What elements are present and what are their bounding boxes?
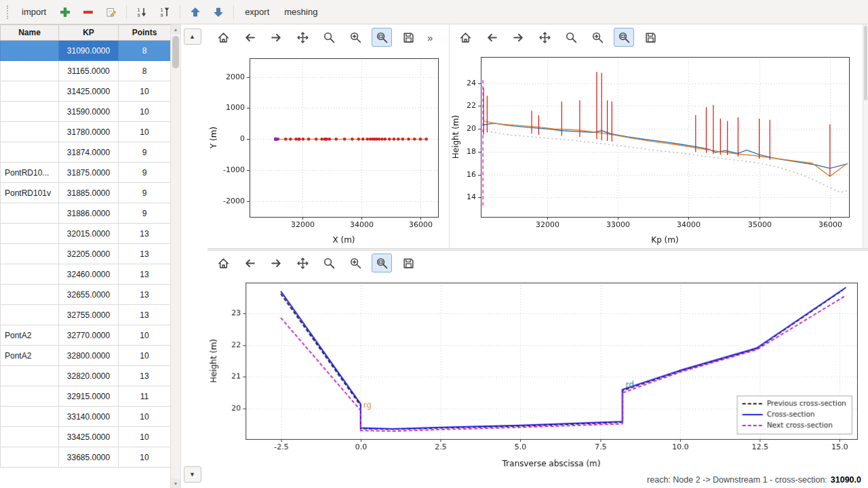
cell-points[interactable]: 10 xyxy=(119,407,171,427)
cell-name[interactable] xyxy=(1,244,59,264)
cell-name[interactable] xyxy=(1,285,59,305)
cell-name[interactable] xyxy=(1,407,59,427)
cell-name[interactable]: PontA2 xyxy=(1,325,59,346)
cell-kp[interactable]: 32770.0000 xyxy=(59,325,119,346)
cell-kp[interactable]: 33685.0000 xyxy=(59,447,119,468)
back-button[interactable] xyxy=(239,28,260,47)
home-button[interactable] xyxy=(213,253,233,272)
sort-descending-button[interactable]: 1 9 xyxy=(132,3,152,22)
cell-kp[interactable]: 31885.0000 xyxy=(59,183,119,203)
add-cross-section-button[interactable] xyxy=(55,3,75,22)
cell-kp[interactable]: 31874.0000 xyxy=(59,142,119,163)
table-row[interactable]: PontA232770.000010 xyxy=(1,325,171,346)
cell-points[interactable]: 13 xyxy=(119,224,171,244)
cell-points[interactable]: 10 xyxy=(119,122,171,142)
zoom-in-button[interactable] xyxy=(345,28,366,47)
meshing-button[interactable]: meshing xyxy=(278,3,323,21)
cell-name[interactable]: PontRD10... xyxy=(1,163,59,183)
cell-kp[interactable]: 31590.0000 xyxy=(59,102,119,122)
back-button[interactable] xyxy=(239,253,260,272)
cell-name[interactable] xyxy=(1,61,59,81)
cell-kp[interactable]: 32820.0000 xyxy=(59,366,119,386)
table-row[interactable]: 32205.000013 xyxy=(1,244,171,264)
column-header-name[interactable]: Name xyxy=(1,25,59,41)
cell-kp[interactable]: 32755.0000 xyxy=(59,305,119,325)
zoom-button[interactable] xyxy=(319,28,339,47)
cell-name[interactable] xyxy=(1,81,59,102)
cell-name[interactable] xyxy=(1,142,59,163)
table-row[interactable]: 33140.000010 xyxy=(1,407,171,427)
column-header-kp[interactable]: KP xyxy=(59,25,119,41)
cell-points[interactable]: 9 xyxy=(119,183,171,203)
cell-points[interactable]: 9 xyxy=(119,163,171,183)
zoom-rect-button[interactable] xyxy=(372,28,392,47)
cell-kp[interactable]: 31875.0000 xyxy=(59,163,119,183)
table-row[interactable]: 31590.000010 xyxy=(1,102,171,122)
cell-name[interactable] xyxy=(1,447,59,468)
cell-name[interactable]: PontRD101v xyxy=(1,183,59,203)
table-row[interactable]: 31425.000010 xyxy=(1,81,171,102)
cell-kp[interactable]: 32015.0000 xyxy=(59,224,119,244)
table-row[interactable]: 32915.000011 xyxy=(1,386,171,407)
table-row[interactable]: PontRD101v31885.00009 xyxy=(1,183,171,203)
cell-points[interactable]: 10 xyxy=(119,325,171,346)
table-scrollbar[interactable]: ▲ ▼ xyxy=(170,24,181,488)
home-button[interactable] xyxy=(213,28,233,47)
scroll-top-button[interactable]: ▲ xyxy=(184,28,201,45)
move-up-button[interactable] xyxy=(185,3,205,22)
zoom-button[interactable] xyxy=(561,28,581,47)
cell-kp[interactable]: 32205.0000 xyxy=(59,244,119,264)
table-row[interactable]: 31874.00009 xyxy=(1,142,171,163)
table-row[interactable]: 31780.000010 xyxy=(1,122,171,142)
cell-name[interactable] xyxy=(1,203,59,224)
cell-kp[interactable]: 31165.0000 xyxy=(59,61,119,81)
cell-name[interactable] xyxy=(1,41,59,61)
profile-chart[interactable] xyxy=(450,50,863,248)
zoom-in-button[interactable] xyxy=(587,28,608,47)
cell-name[interactable] xyxy=(1,305,59,325)
save-button[interactable] xyxy=(398,28,418,47)
cell-kp[interactable]: 31780.0000 xyxy=(59,122,119,142)
cell-kp[interactable]: 33140.0000 xyxy=(59,407,119,427)
scrollbar-thumb[interactable] xyxy=(864,26,867,100)
cell-points[interactable]: 10 xyxy=(119,81,171,102)
cell-kp[interactable]: 31886.0000 xyxy=(59,203,119,224)
cell-points[interactable]: 13 xyxy=(119,244,171,264)
vertical-scrollbar[interactable] xyxy=(863,24,868,248)
forward-button[interactable] xyxy=(266,28,286,47)
plan-view-chart[interactable] xyxy=(208,50,449,248)
cell-points[interactable]: 10 xyxy=(119,447,171,468)
cell-points[interactable]: 13 xyxy=(119,264,171,285)
cell-points[interactable]: 10 xyxy=(119,346,171,366)
cell-points[interactable]: 9 xyxy=(119,203,171,224)
table-row[interactable]: PontRD10...31875.00009 xyxy=(1,163,171,183)
edit-button[interactable] xyxy=(101,3,121,22)
cell-kp[interactable]: 32915.0000 xyxy=(59,386,119,407)
cell-points[interactable]: 13 xyxy=(119,285,171,305)
scrollbar-down-icon[interactable]: ▼ xyxy=(171,479,180,488)
cell-kp[interactable]: 32655.0000 xyxy=(59,285,119,305)
table-row[interactable]: 32460.000013 xyxy=(1,264,171,285)
forward-button[interactable] xyxy=(508,28,528,47)
table-row[interactable]: 31886.00009 xyxy=(1,203,171,224)
table-row[interactable]: 32755.000013 xyxy=(1,305,171,325)
cell-points[interactable]: 13 xyxy=(119,305,171,325)
scrollbar-thumb[interactable] xyxy=(172,36,179,68)
home-button[interactable] xyxy=(455,28,475,47)
table-row[interactable]: 32655.000013 xyxy=(1,285,171,305)
export-button[interactable]: export xyxy=(239,3,275,21)
table-row[interactable]: PontA232800.000010 xyxy=(1,346,171,366)
scrollbar-up-icon[interactable]: ▲ xyxy=(171,24,180,34)
zoom-rect-button[interactable] xyxy=(614,28,634,47)
zoom-in-button[interactable] xyxy=(345,253,366,272)
cell-name[interactable] xyxy=(1,122,59,142)
cell-points[interactable]: 8 xyxy=(119,61,171,81)
zoom-rect-button[interactable] xyxy=(372,253,392,272)
cell-name[interactable] xyxy=(1,386,59,407)
cell-name[interactable] xyxy=(1,102,59,122)
import-button[interactable]: import xyxy=(16,3,52,21)
cell-name[interactable] xyxy=(1,427,59,447)
cell-points[interactable]: 8 xyxy=(119,41,171,61)
table-row[interactable]: 32015.000013 xyxy=(1,224,171,244)
cell-points[interactable]: 13 xyxy=(119,366,171,386)
